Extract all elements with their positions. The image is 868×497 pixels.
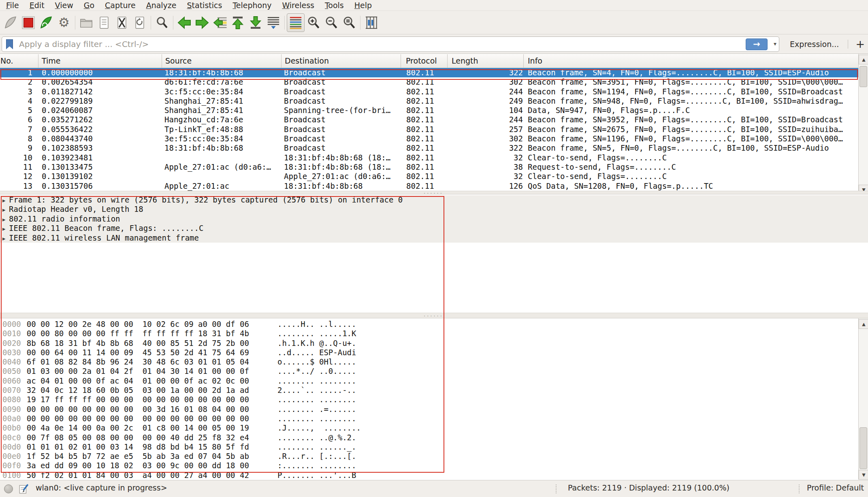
hex-ascii[interactable]: ........ .=......: [277, 405, 356, 414]
column-header[interactable]: Length: [448, 54, 524, 68]
hex-row[interactable]: 00406f 01 08 82 84 8b 96 24 30 48 6c 03 …: [0, 357, 858, 367]
hex-row[interactable]: 003000 00 64 00 11 14 00 09 45 53 50 2d …: [0, 348, 858, 357]
hex-ascii[interactable]: ........ ..@.%.2.: [277, 433, 356, 442]
hex-ascii[interactable]: ........ ........: [277, 414, 356, 423]
filter-bookmark-icon[interactable]: [6, 39, 13, 49]
close-file-button[interactable]: [113, 13, 131, 32]
hex-bytes[interactable]: 00 7f 08 05 00 08 00 00 00 00 40 dd 25 f…: [27, 433, 249, 442]
menu-item[interactable]: Capture: [100, 0, 141, 11]
hex-row[interactable]: 00208b 68 18 31 bf 4b 8b 68 40 00 85 51 …: [0, 339, 858, 348]
go-back-button[interactable]: [175, 13, 193, 32]
stop-capture-button[interactable]: [19, 13, 37, 32]
menu-item[interactable]: Help: [349, 0, 377, 11]
apply-filter-button[interactable]: →: [746, 38, 768, 50]
hex-bytes[interactable]: 6f 01 08 82 84 8b 96 24 30 48 6c 03 01 0…: [27, 357, 249, 366]
hex-ascii[interactable]: ..d..... ESP-Audi: [277, 348, 356, 357]
hex-row[interactable]: 00b000 4a 0e 14 00 0a 00 2c 01 c8 00 14 …: [0, 423, 858, 433]
hex-ascii[interactable]: ........ .....1.K: [277, 329, 356, 338]
filter-history-caret-icon[interactable]: ▾: [774, 41, 776, 47]
hex-bytes[interactable]: 00 00 64 00 11 14 00 09 45 53 50 2d 41 7…: [27, 348, 249, 357]
menu-item[interactable]: Edit: [24, 0, 50, 11]
hex-ascii[interactable]: :....... ........: [277, 461, 356, 470]
hex-ascii[interactable]: .h.1.K.h @..Q-u+.: [277, 339, 356, 348]
hex-ascii[interactable]: .J....., ........: [277, 423, 361, 433]
hex-bytes[interactable]: 00 00 80 00 00 00 ff ff ff ff ff ff 18 3…: [27, 329, 249, 338]
packet-row[interactable]: 7 0.055536422 Tp-LinkT_ef:48:88 Broadcas…: [0, 125, 858, 134]
capture-options-button[interactable]: ⚙: [55, 13, 73, 32]
hex-bytes[interactable]: 00 00 00 00 00 00 00 00 00 3d 16 01 08 0…: [27, 405, 249, 414]
scroll-up-icon[interactable]: ▲: [859, 55, 868, 64]
capture-comment-icon[interactable]: [19, 484, 29, 494]
expand-arrow-icon[interactable]: ▸: [0, 234, 9, 243]
zoom-normal-button[interactable]: [340, 13, 358, 32]
packet-row[interactable]: 4 0.022799189 Shanghai_27:85:41 Broadcas…: [0, 96, 858, 106]
hex-row[interactable]: 00f03a ed dd 09 00 10 18 02 03 00 9c 00 …: [0, 461, 858, 470]
packet-row[interactable]: 12 0.130139102 Apple_27:01:ac (d0:a6:… 8…: [0, 172, 858, 181]
menu-item[interactable]: File: [1, 0, 24, 11]
reload-file-button[interactable]: [131, 13, 149, 32]
hex-row[interactable]: 00e01f 52 b4 b5 b7 72 ae e5 5b ab 3a ed …: [0, 452, 858, 461]
hex-row[interactable]: 005001 03 00 00 2a 01 04 2f 01 04 30 14 …: [0, 367, 858, 376]
hex-ascii[interactable]: ........ ........: [277, 376, 356, 386]
detail-tree-row[interactable]: ▸IEEE 802.11 Beacon frame, Flags: ......…: [0, 224, 868, 233]
packet-list-scroll-thumb[interactable]: [859, 66, 867, 87]
auto-scroll-button[interactable]: [264, 13, 282, 32]
packet-row[interactable]: 1 0.000000000 18:31:bf:4b:8b:68 Broadcas…: [0, 68, 858, 77]
find-packet-button[interactable]: [153, 13, 171, 32]
packet-row[interactable]: 9 0.102388593 18:31:bf:4b:8b:68 Broadcas…: [0, 143, 858, 153]
hex-bytes[interactable]: 1f 52 b4 b5 b7 72 ae e5 5b ab 3a ed 07 0…: [27, 452, 249, 461]
hex-bytes[interactable]: 8b 68 18 31 bf 4b 8b 68 40 00 85 51 2d 7…: [27, 339, 249, 348]
hex-bytes[interactable]: 19 17 ff ff ff 00 00 00 00 00 00 00 00 0…: [27, 395, 249, 404]
packet-row[interactable]: 3 0.011827142 3c:f5:cc:0e:35:84 Broadcas…: [0, 87, 858, 96]
add-filter-button[interactable]: +: [855, 40, 865, 48]
save-file-button[interactable]: [95, 13, 113, 32]
hex-row[interactable]: 001000 00 80 00 00 00 ff ff ff ff ff ff …: [0, 329, 858, 338]
hex-row[interactable]: 000000 00 12 00 2e 48 00 00 10 02 6c 09 …: [0, 320, 858, 329]
expand-arrow-icon[interactable]: ▸: [0, 205, 9, 215]
hex-row[interactable]: 009000 00 00 00 00 00 00 00 00 3d 16 01 …: [0, 405, 858, 414]
hex-ascii[interactable]: .R...r.. [.:...[.: [277, 452, 356, 461]
hex-bytes[interactable]: 3a ed dd 09 00 10 18 02 03 00 9c 00 00 d…: [27, 461, 249, 470]
hex-ascii[interactable]: .....H.. ..l.....: [277, 320, 356, 329]
hex-row[interactable]: 007032 04 0c 12 18 60 0b 05 03 00 1a 00 …: [0, 386, 858, 395]
hex-row[interactable]: 00c000 7f 08 05 00 08 00 00 00 00 40 dd …: [0, 433, 858, 442]
restart-capture-button[interactable]: [37, 13, 55, 32]
menu-item[interactable]: Telephony: [227, 0, 277, 11]
resize-columns-button[interactable]: [363, 13, 380, 32]
colorize-packets-button[interactable]: [287, 13, 305, 32]
menu-item[interactable]: Statistics: [182, 0, 228, 11]
packet-row[interactable]: 13 0.130315706 Apple_27:01:ac 18:31:bf:4…: [0, 181, 858, 191]
column-header[interactable]: Source: [162, 54, 282, 68]
expression-button[interactable]: Expression...: [790, 40, 839, 49]
menu-item[interactable]: Analyze: [141, 0, 182, 11]
detail-tree-row[interactable]: ▸Radiotap Header v0, Length 18: [0, 205, 868, 214]
hex-row[interactable]: 0060ac 04 01 00 00 0f ac 04 01 00 00 0f …: [0, 376, 858, 386]
packet-row[interactable]: 2 0.002654354 d6:61:fe:cd:7a:6e Broadcas…: [0, 77, 858, 87]
expand-arrow-icon[interactable]: ▸: [0, 224, 9, 234]
menu-item[interactable]: Go: [79, 0, 100, 11]
list-details-splitter[interactable]: ······: [0, 191, 868, 194]
menu-item[interactable]: Tools: [320, 0, 349, 11]
display-filter-input[interactable]: [19, 37, 724, 51]
hex-row[interactable]: 008019 17 ff ff ff 00 00 00 00 00 00 00 …: [0, 395, 858, 404]
hex-ascii[interactable]: ........ ........: [277, 395, 356, 404]
hex-bytes[interactable]: 01 03 00 00 2a 01 04 2f 01 04 30 14 01 0…: [27, 367, 249, 375]
detail-tree-row[interactable]: ▸802.11 radio information: [0, 214, 868, 224]
hex-ascii[interactable]: ........ ......_.: [277, 442, 356, 452]
zoom-out-button[interactable]: [322, 13, 340, 32]
detail-tree-row[interactable]: ▸IEEE 802.11 wireless LAN management fra…: [0, 233, 868, 243]
packet-row[interactable]: 5 0.024060087 Shanghai_27:85:41 Spanning…: [0, 106, 858, 115]
hex-bytes[interactable]: 50 f2 02 01 01 84 00 03 a4 00 00 27 a4 0…: [27, 471, 249, 480]
expand-arrow-icon[interactable]: ▸: [0, 215, 9, 224]
open-file-button[interactable]: [77, 13, 95, 32]
expand-arrow-icon[interactable]: ▸: [0, 196, 9, 205]
packet-list-scrollbar[interactable]: ▲ ▼: [858, 54, 868, 194]
hex-pane-scrollbar[interactable]: ▲ ▼: [858, 318, 868, 480]
menu-item[interactable]: View: [50, 0, 79, 11]
hex-bytes[interactable]: 32 04 0c 12 18 60 0b 05 03 00 1a 00 00 2…: [27, 386, 249, 395]
go-first-packet-button[interactable]: [229, 13, 247, 32]
go-to-packet-button[interactable]: [211, 13, 229, 32]
packet-row[interactable]: 10 0.103923481 18:31:bf:4b:8b:68 (18:… 8…: [0, 153, 858, 162]
hex-bytes[interactable]: 00 00 12 00 2e 48 00 00 10 02 6c 09 a0 0…: [27, 320, 249, 328]
hex-scroll-thumb[interactable]: [859, 427, 867, 469]
